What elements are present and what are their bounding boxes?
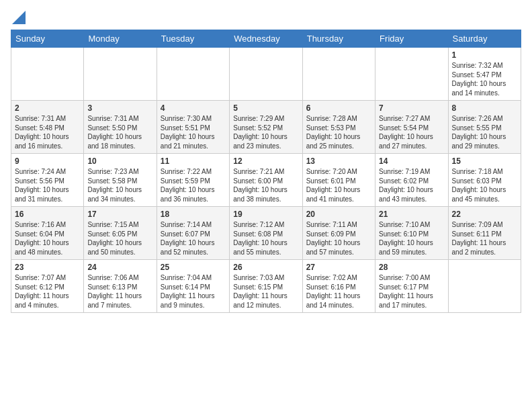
- calendar-day-cell: 1Sunrise: 7:32 AM Sunset: 5:47 PM Daylig…: [448, 48, 521, 101]
- day-number: 23: [15, 263, 80, 272]
- calendar-day-cell: 25Sunrise: 7:04 AM Sunset: 6:14 PM Dayli…: [157, 260, 229, 313]
- day-number: 14: [379, 156, 444, 166]
- calendar-week-row: 16Sunrise: 7:16 AM Sunset: 6:04 PM Dayli…: [11, 207, 521, 260]
- day-info: Sunrise: 7:26 AM Sunset: 5:55 PM Dayligh…: [452, 114, 517, 150]
- calendar-day-cell: 28Sunrise: 7:00 AM Sunset: 6:17 PM Dayli…: [375, 260, 448, 313]
- calendar-week-row: 23Sunrise: 7:07 AM Sunset: 6:12 PM Dayli…: [11, 260, 521, 313]
- calendar-table: SundayMondayTuesdayWednesdayThursdayFrid…: [11, 30, 521, 313]
- calendar-day-cell: [11, 48, 84, 101]
- day-info: Sunrise: 7:19 AM Sunset: 6:02 PM Dayligh…: [379, 167, 444, 203]
- day-info: Sunrise: 7:23 AM Sunset: 5:58 PM Dayligh…: [87, 167, 152, 203]
- day-number: 22: [452, 210, 517, 219]
- svg-marker-0: [12, 11, 26, 24]
- day-info: Sunrise: 7:11 AM Sunset: 6:09 PM Dayligh…: [306, 220, 371, 257]
- calendar-day-cell: [230, 48, 302, 101]
- day-info: Sunrise: 7:21 AM Sunset: 6:00 PM Dayligh…: [233, 167, 298, 203]
- day-number: 16: [15, 210, 80, 219]
- day-number: 13: [306, 156, 371, 166]
- calendar-day-cell: 3Sunrise: 7:31 AM Sunset: 5:50 PM Daylig…: [84, 101, 157, 154]
- day-number: 28: [379, 263, 444, 272]
- day-header-wednesday: Wednesday: [230, 30, 302, 48]
- calendar-day-cell: 11Sunrise: 7:22 AM Sunset: 5:59 PM Dayli…: [157, 154, 229, 207]
- calendar-week-row: 9Sunrise: 7:24 AM Sunset: 5:56 PM Daylig…: [11, 154, 521, 207]
- day-number: 12: [233, 156, 298, 166]
- logo: [11, 11, 26, 24]
- day-info: Sunrise: 7:30 AM Sunset: 5:51 PM Dayligh…: [161, 114, 226, 150]
- day-info: Sunrise: 7:10 AM Sunset: 6:10 PM Dayligh…: [379, 220, 444, 257]
- day-info: Sunrise: 7:00 AM Sunset: 6:17 PM Dayligh…: [379, 273, 444, 310]
- calendar-day-cell: 20Sunrise: 7:11 AM Sunset: 6:09 PM Dayli…: [302, 207, 375, 260]
- day-number: 1: [452, 50, 517, 60]
- calendar-day-cell: 8Sunrise: 7:26 AM Sunset: 5:55 PM Daylig…: [448, 101, 521, 154]
- day-info: Sunrise: 7:15 AM Sunset: 6:05 PM Dayligh…: [87, 220, 152, 257]
- day-number: 6: [306, 103, 371, 113]
- day-number: 15: [452, 156, 517, 166]
- day-number: 4: [161, 103, 226, 113]
- day-number: 2: [15, 103, 80, 113]
- day-info: Sunrise: 7:14 AM Sunset: 6:07 PM Dayligh…: [161, 220, 226, 257]
- calendar-day-cell: [84, 48, 157, 101]
- calendar-day-cell: 21Sunrise: 7:10 AM Sunset: 6:10 PM Dayli…: [375, 207, 448, 260]
- calendar-day-cell: 5Sunrise: 7:29 AM Sunset: 5:52 PM Daylig…: [230, 101, 302, 154]
- calendar-day-cell: 13Sunrise: 7:20 AM Sunset: 6:01 PM Dayli…: [302, 154, 375, 207]
- calendar-week-row: 2Sunrise: 7:31 AM Sunset: 5:48 PM Daylig…: [11, 101, 521, 154]
- day-number: 7: [379, 103, 444, 113]
- calendar-day-cell: 4Sunrise: 7:30 AM Sunset: 5:51 PM Daylig…: [157, 101, 229, 154]
- day-header-sunday: Sunday: [11, 30, 84, 48]
- day-number: 25: [161, 263, 226, 272]
- calendar-day-cell: 15Sunrise: 7:18 AM Sunset: 6:03 PM Dayli…: [448, 154, 521, 207]
- calendar-day-cell: 12Sunrise: 7:21 AM Sunset: 6:00 PM Dayli…: [230, 154, 302, 207]
- day-number: 10: [87, 156, 152, 166]
- day-info: Sunrise: 7:31 AM Sunset: 5:48 PM Dayligh…: [15, 114, 80, 150]
- day-info: Sunrise: 7:03 AM Sunset: 6:15 PM Dayligh…: [233, 273, 298, 310]
- day-number: 9: [15, 156, 80, 166]
- calendar-day-cell: 26Sunrise: 7:03 AM Sunset: 6:15 PM Dayli…: [230, 260, 302, 313]
- day-info: Sunrise: 7:09 AM Sunset: 6:11 PM Dayligh…: [452, 220, 517, 257]
- day-number: 24: [87, 263, 152, 272]
- calendar-day-cell: 22Sunrise: 7:09 AM Sunset: 6:11 PM Dayli…: [448, 207, 521, 260]
- day-info: Sunrise: 7:02 AM Sunset: 6:16 PM Dayligh…: [306, 273, 371, 310]
- calendar-day-cell: 14Sunrise: 7:19 AM Sunset: 6:02 PM Dayli…: [375, 154, 448, 207]
- day-number: 17: [87, 210, 152, 219]
- calendar-day-cell: [375, 48, 448, 101]
- day-info: Sunrise: 7:27 AM Sunset: 5:54 PM Dayligh…: [379, 114, 444, 150]
- calendar-day-cell: 27Sunrise: 7:02 AM Sunset: 6:16 PM Dayli…: [302, 260, 375, 313]
- day-info: Sunrise: 7:18 AM Sunset: 6:03 PM Dayligh…: [452, 167, 517, 203]
- page-header: [11, 11, 521, 24]
- day-info: Sunrise: 7:24 AM Sunset: 5:56 PM Dayligh…: [15, 167, 80, 203]
- day-number: 27: [306, 263, 371, 272]
- day-number: 20: [306, 210, 371, 219]
- day-number: 5: [233, 103, 298, 113]
- day-number: 8: [452, 103, 517, 113]
- calendar-day-cell: 17Sunrise: 7:15 AM Sunset: 6:05 PM Dayli…: [84, 207, 157, 260]
- calendar-week-row: 1Sunrise: 7:32 AM Sunset: 5:47 PM Daylig…: [11, 48, 521, 101]
- day-number: 18: [161, 210, 226, 219]
- calendar-day-cell: 24Sunrise: 7:06 AM Sunset: 6:13 PM Dayli…: [84, 260, 157, 313]
- calendar-day-cell: 2Sunrise: 7:31 AM Sunset: 5:48 PM Daylig…: [11, 101, 84, 154]
- day-number: 19: [233, 210, 298, 219]
- calendar-day-cell: 18Sunrise: 7:14 AM Sunset: 6:07 PM Dayli…: [157, 207, 229, 260]
- day-header-saturday: Saturday: [448, 30, 521, 48]
- calendar-day-cell: 6Sunrise: 7:28 AM Sunset: 5:53 PM Daylig…: [302, 101, 375, 154]
- calendar-day-cell: [157, 48, 229, 101]
- day-info: Sunrise: 7:07 AM Sunset: 6:12 PM Dayligh…: [15, 273, 80, 310]
- calendar-header-row: SundayMondayTuesdayWednesdayThursdayFrid…: [11, 30, 521, 48]
- day-number: 11: [161, 156, 226, 166]
- logo-triangle-icon: [12, 11, 26, 24]
- day-info: Sunrise: 7:20 AM Sunset: 6:01 PM Dayligh…: [306, 167, 371, 203]
- calendar-day-cell: 16Sunrise: 7:16 AM Sunset: 6:04 PM Dayli…: [11, 207, 84, 260]
- day-info: Sunrise: 7:28 AM Sunset: 5:53 PM Dayligh…: [306, 114, 371, 150]
- calendar-day-cell: 7Sunrise: 7:27 AM Sunset: 5:54 PM Daylig…: [375, 101, 448, 154]
- day-info: Sunrise: 7:16 AM Sunset: 6:04 PM Dayligh…: [15, 220, 80, 257]
- day-header-monday: Monday: [84, 30, 157, 48]
- day-info: Sunrise: 7:29 AM Sunset: 5:52 PM Dayligh…: [233, 114, 298, 150]
- day-header-thursday: Thursday: [302, 30, 375, 48]
- day-info: Sunrise: 7:04 AM Sunset: 6:14 PM Dayligh…: [161, 273, 226, 310]
- calendar-day-cell: 9Sunrise: 7:24 AM Sunset: 5:56 PM Daylig…: [11, 154, 84, 207]
- day-header-tuesday: Tuesday: [157, 30, 229, 48]
- calendar-day-cell: 19Sunrise: 7:12 AM Sunset: 6:08 PM Dayli…: [230, 207, 302, 260]
- day-number: 21: [379, 210, 444, 219]
- day-info: Sunrise: 7:22 AM Sunset: 5:59 PM Dayligh…: [161, 167, 226, 203]
- calendar-day-cell: [448, 260, 521, 313]
- day-info: Sunrise: 7:12 AM Sunset: 6:08 PM Dayligh…: [233, 220, 298, 257]
